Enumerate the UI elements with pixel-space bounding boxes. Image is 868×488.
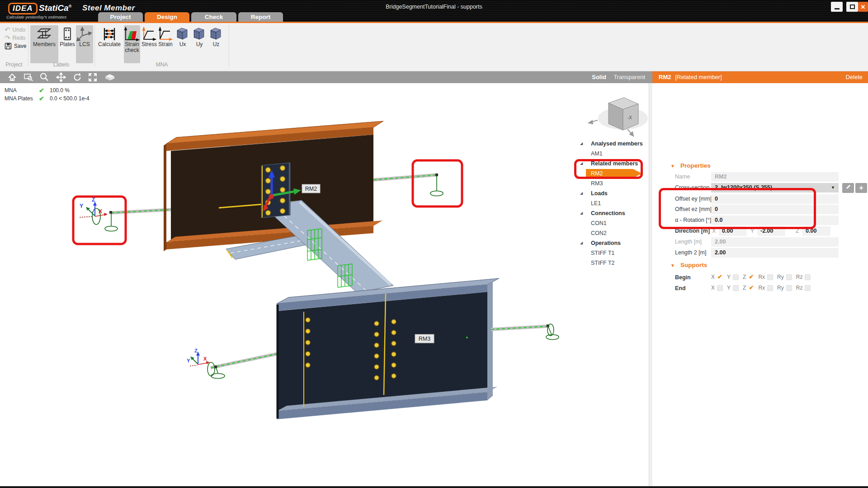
- tree-item-le1[interactable]: LE1: [573, 198, 649, 208]
- zoom-fit-button[interactable]: [88, 72, 98, 82]
- tree-label: AM1: [591, 149, 603, 159]
- tree-item-am1[interactable]: AM1: [573, 149, 649, 159]
- rotate-view-button[interactable]: [72, 72, 82, 82]
- axis-label: Z: [743, 274, 746, 280]
- home-view-button[interactable]: [7, 72, 17, 82]
- viewport-toolbar: Solid Transparent: [0, 71, 652, 83]
- support-end-x-checkbox[interactable]: [717, 285, 723, 291]
- properties-section-header[interactable]: ▼ Properties: [652, 162, 868, 171]
- pan-button[interactable]: [56, 72, 66, 82]
- support-end-rz-checkbox[interactable]: [805, 285, 811, 291]
- support-end-ry-checkbox[interactable]: [786, 285, 792, 291]
- expander-icon[interactable]: ◢: [580, 139, 583, 149]
- support-end-z-checkbox[interactable]: ✔: [748, 285, 754, 291]
- solid-mode-button[interactable]: Solid: [592, 74, 606, 80]
- member-bottom-left-segment[interactable]: [211, 353, 279, 368]
- support-end-y-checkbox[interactable]: [733, 285, 739, 291]
- tree-label: CON1: [591, 218, 607, 228]
- tree-group-connections[interactable]: ◢Connections: [573, 208, 649, 218]
- members-button[interactable]: Members: [30, 25, 58, 63]
- stress-button[interactable]: Stress: [142, 25, 157, 63]
- zoom-button[interactable]: [39, 72, 49, 82]
- tree-item-con1[interactable]: CON1: [573, 218, 649, 228]
- tree-item-stiff-t2[interactable]: STIFF T2: [573, 258, 649, 268]
- save-label: Save: [14, 43, 26, 49]
- tree-item-rm3[interactable]: RM3: [573, 178, 649, 188]
- section-title: Supports: [680, 262, 707, 268]
- uy-label: Uy: [196, 42, 203, 47]
- calculate-button[interactable]: Calculate: [97, 25, 122, 63]
- rm3-scene-label[interactable]: RM3: [415, 334, 434, 343]
- support-end-rx-checkbox[interactable]: [767, 285, 773, 291]
- uz-label: Uz: [213, 42, 220, 47]
- support-begin-rz-checkbox[interactable]: [805, 274, 811, 280]
- support-begin-rx-checkbox[interactable]: [767, 274, 773, 280]
- rm2-scene-label[interactable]: RM2: [302, 184, 320, 193]
- edit-cross-section-button[interactable]: [842, 183, 854, 193]
- members-label: Members: [33, 42, 56, 47]
- tree-group-analysed-members[interactable]: ◢Analysed members: [573, 139, 649, 149]
- group-label-project: Project: [0, 61, 28, 68]
- add-cross-section-button[interactable]: +: [855, 183, 867, 193]
- ux-button[interactable]: Ux: [175, 25, 190, 63]
- collapse-triangle-icon[interactable]: ▼: [670, 164, 675, 169]
- support-begin-z-checkbox[interactable]: ✔: [748, 274, 754, 280]
- strain-check-button[interactable]: Strain check: [124, 25, 140, 63]
- axis-label: Y: [727, 285, 731, 291]
- tree-item-con2[interactable]: CON2: [573, 228, 649, 238]
- tree-group-operations[interactable]: ◢Operations: [573, 238, 649, 248]
- strain-icon: [157, 27, 174, 41]
- expander-icon[interactable]: ◢: [580, 238, 583, 248]
- member-rm2-right-segment[interactable]: [373, 175, 437, 180]
- save-button[interactable]: Save: [5, 42, 26, 50]
- axis-label: Rx: [758, 285, 765, 291]
- expander-icon[interactable]: ◢: [580, 188, 583, 198]
- panel-title: RM2: [659, 74, 671, 80]
- rm3-label-text: RM3: [419, 336, 430, 342]
- uy-button[interactable]: Uy: [192, 25, 207, 63]
- group-label-mna: MNA: [95, 61, 229, 68]
- redo-button[interactable]: ↷ Redo: [5, 34, 25, 42]
- brick-view-button[interactable]: [104, 72, 116, 82]
- tree-label: RM3: [591, 178, 603, 188]
- zoom-window-button[interactable]: [24, 72, 33, 82]
- name-field[interactable]: RM2: [711, 172, 839, 182]
- undo-button[interactable]: ↶ Undo: [5, 26, 25, 33]
- maximize-button[interactable]: [846, 2, 858, 12]
- maximize-icon: [850, 5, 855, 9]
- pencil-icon: [845, 184, 851, 190]
- transparent-mode-button[interactable]: Transparent: [613, 74, 645, 80]
- annotation-box-related-members: [574, 159, 643, 179]
- close-button[interactable]: ✕: [858, 2, 868, 12]
- tab-design[interactable]: Design: [145, 12, 189, 22]
- navigator-tree: ◢Analysed members AM1 ◢Related members R…: [573, 83, 649, 488]
- tree-item-stiff-t1[interactable]: STIFF T1: [573, 248, 649, 258]
- strain-button[interactable]: Strain: [158, 25, 173, 63]
- related-member-rm3-girder[interactable]: [277, 278, 499, 419]
- support-begin-y-checkbox[interactable]: [733, 274, 739, 280]
- member-bottom-right-segment[interactable]: [491, 326, 548, 329]
- window-title: BridgeSegmentTutorialFinal - supports: [386, 4, 482, 10]
- tab-project[interactable]: Project: [98, 12, 143, 22]
- home-icon: [12, 78, 13, 80]
- lcs-button[interactable]: LCS: [76, 25, 93, 63]
- plates-button[interactable]: Plates: [60, 25, 75, 63]
- length2-field[interactable]: 2.00: [711, 248, 839, 258]
- viewport-3d-scene[interactable]: z Y: [0, 83, 649, 488]
- support-begin-x-checkbox[interactable]: ✔: [717, 274, 723, 280]
- support-begin-ry-checkbox[interactable]: [786, 274, 792, 280]
- tab-report[interactable]: Report: [238, 12, 283, 22]
- rm2-label-text: RM2: [305, 186, 317, 192]
- supports-section-header[interactable]: ▼ Supports: [652, 262, 868, 271]
- plates-icon: [59, 27, 75, 41]
- expander-icon[interactable]: ◢: [580, 208, 583, 218]
- tab-check[interactable]: Check: [191, 12, 236, 22]
- viewport-3d[interactable]: MNA ✔ 100.0 % MNA Plates ✔ 0.0 < 500.0 1…: [0, 83, 649, 488]
- collapse-triangle-icon[interactable]: ▼: [670, 263, 675, 268]
- uz-button[interactable]: Uz: [208, 25, 224, 63]
- x-arrow-icon: [104, 213, 108, 216]
- delete-button[interactable]: Delete: [845, 71, 863, 83]
- minimize-button[interactable]: [831, 2, 843, 12]
- tree-scrollbar[interactable]: [649, 83, 652, 488]
- tree-group-loads[interactable]: ◢Loads: [573, 188, 649, 198]
